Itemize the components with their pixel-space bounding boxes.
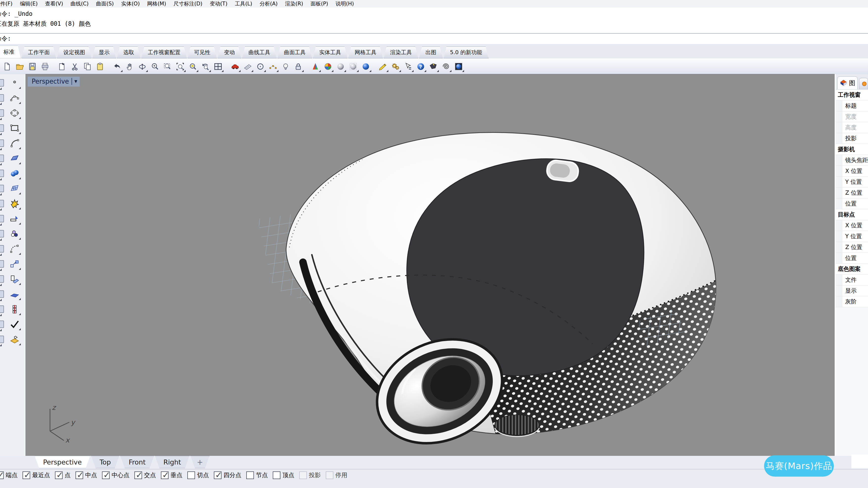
checked-checkbox-icon[interactable] — [23, 471, 30, 479]
property-row-5[interactable]: 投影 — [836, 133, 868, 144]
block-red-icon[interactable] — [8, 303, 21, 315]
osnap-toggle-11[interactable]: 顶点 — [273, 471, 294, 479]
flashlight-icon[interactable] — [428, 61, 439, 72]
osnap-toggle-7[interactable]: 垂点 — [161, 471, 182, 479]
clipped-tool-icon[interactable] — [0, 167, 6, 182]
move-icon[interactable] — [8, 258, 21, 270]
clipped-tool-icon[interactable] — [0, 197, 6, 213]
undo-arrow-icon[interactable] — [112, 61, 123, 72]
osnap-toggle-1[interactable]: 端点 — [0, 471, 18, 479]
circle-points-icon[interactable] — [8, 107, 21, 119]
explode-icon[interactable] — [8, 197, 21, 210]
mesh-plane-icon[interactable] — [8, 182, 21, 195]
osnap-toggle-5[interactable]: 中心点 — [102, 471, 129, 479]
clipped-tool-icon[interactable] — [0, 273, 6, 288]
menu-item-2[interactable]: 编辑(E) — [20, 0, 38, 7]
property-row-20[interactable]: 灰阶 — [836, 296, 868, 307]
property-row-17[interactable]: 底色图案 — [836, 264, 868, 274]
options-gears-icon[interactable] — [390, 61, 401, 72]
ribbon-tab-11[interactable]: 实体工具 — [313, 46, 347, 58]
point-icon[interactable] — [8, 77, 21, 89]
notes-pen-icon[interactable] — [377, 61, 389, 72]
osnap-toggle-8[interactable]: 切点 — [187, 471, 209, 479]
ribbon-tab-14[interactable]: 出图 — [419, 46, 443, 58]
cut-scissors-icon[interactable] — [69, 61, 81, 72]
clipped-tool-icon[interactable] — [0, 333, 6, 348]
clipped-tool-icon[interactable] — [0, 288, 6, 303]
clipped-tool-icon[interactable] — [0, 318, 6, 333]
ribbon-tab-7[interactable]: 可见性 — [188, 46, 217, 58]
property-row-14[interactable]: Y 位置 — [836, 231, 868, 242]
command-history[interactable]: 命令: _Undo 正在复原 基本材质 001 (8) 颜色 — [0, 7, 868, 33]
property-row-4[interactable]: 高度 — [836, 122, 868, 133]
fillet-curves-icon[interactable] — [8, 242, 21, 255]
property-row-6[interactable]: 摄影机 — [836, 144, 868, 155]
viewport-title-menu[interactable]: Perspective ▼ — [28, 77, 80, 87]
ribbon-tab-6[interactable]: 工作视窗配置 — [141, 46, 187, 58]
command-prompt-input[interactable]: 命令: — [0, 34, 868, 44]
checked-checkbox-icon[interactable] — [214, 471, 221, 479]
unchecked-checkbox-icon[interactable] — [246, 471, 254, 479]
menu-item-9[interactable]: 变动(T) — [210, 0, 227, 7]
viewport-tab-front[interactable]: Front — [120, 456, 154, 468]
checked-checkbox-icon[interactable] — [0, 471, 4, 479]
checked-checkbox-icon[interactable] — [55, 471, 63, 479]
clipped-tool-icon[interactable] — [0, 213, 6, 228]
check-selection-icon[interactable] — [8, 318, 21, 330]
property-row-3[interactable]: 宽度 — [836, 111, 868, 122]
environment-sphere-icon[interactable] — [453, 61, 464, 72]
clipped-tool-icon[interactable] — [0, 303, 6, 318]
shaded-sphere-icon[interactable] — [335, 61, 346, 72]
menu-item-13[interactable]: 面板(P) — [311, 0, 328, 7]
clipped-tool-icon[interactable] — [0, 122, 6, 137]
clipped-tool-icon[interactable] — [0, 152, 6, 167]
viewport-tab-perspective[interactable]: Perspective — [35, 456, 90, 468]
clipped-tool-icon[interactable] — [0, 137, 6, 152]
unchecked-checkbox-icon[interactable] — [326, 471, 333, 479]
menu-item-8[interactable]: 尺寸标注(D) — [174, 0, 203, 7]
trim-icon[interactable] — [8, 213, 21, 225]
clipped-tool-icon[interactable] — [0, 228, 6, 242]
checked-checkbox-icon[interactable] — [161, 471, 168, 479]
viewport-layout-grid-icon[interactable] — [212, 61, 224, 72]
property-row-18[interactable]: 文件 — [836, 274, 868, 286]
checked-checkbox-icon[interactable] — [102, 471, 110, 479]
ghosted-sphere-icon[interactable] — [347, 61, 359, 72]
ribbon-tab-3[interactable]: 设定视图 — [57, 46, 92, 58]
help-question-icon[interactable]: ? — [415, 61, 427, 72]
rotate-view-icon[interactable] — [136, 61, 148, 72]
checked-checkbox-icon[interactable] — [75, 471, 83, 479]
undo-view-icon[interactable] — [200, 61, 211, 72]
copy-tilt-icon[interactable] — [8, 273, 21, 285]
osnap-toggle-10[interactable]: 节点 — [246, 471, 268, 479]
viewport-tab-top[interactable]: Top — [91, 456, 119, 468]
property-row-16[interactable]: 位置 — [836, 253, 868, 264]
cplane-gold-icon[interactable] — [8, 333, 21, 346]
property-row-11[interactable]: 位置 — [836, 198, 868, 209]
property-row-9[interactable]: Y 位置 — [836, 176, 868, 188]
circle-center-icon[interactable] — [255, 61, 266, 72]
pan-hand-icon[interactable] — [124, 61, 135, 72]
orient-posts-icon[interactable] — [8, 288, 21, 300]
ribbon-tab-12[interactable]: 网格工具 — [348, 46, 383, 58]
property-row-2[interactable]: 标题 — [836, 100, 868, 111]
clipped-tool-icon[interactable] — [0, 182, 6, 197]
red-car-icon[interactable] — [229, 61, 241, 72]
color-wheel-icon[interactable] — [322, 61, 334, 72]
copy-icon[interactable] — [82, 61, 93, 72]
clipped-tool-icon[interactable] — [0, 242, 6, 258]
export-page-icon[interactable] — [56, 61, 68, 72]
new-file-icon[interactable] — [1, 61, 13, 72]
render-cone-icon[interactable] — [310, 61, 321, 72]
surface-corner-icon[interactable] — [8, 152, 21, 164]
osnap-toggle-2[interactable]: 最近点 — [23, 471, 50, 479]
osnap-toggle-6[interactable]: 交点 — [134, 471, 156, 479]
rendered-sphere-blue-icon[interactable] — [360, 61, 372, 72]
chevron-down-icon[interactable]: ▼ — [74, 79, 78, 84]
property-row-7[interactable]: 镜头焦距 — [836, 155, 868, 166]
unchecked-checkbox-icon[interactable] — [273, 471, 280, 479]
zoom-selected-icon[interactable] — [187, 61, 198, 72]
menu-item-11[interactable]: 分析(A) — [260, 0, 278, 7]
ribbon-tab-1[interactable]: 标准 — [0, 45, 21, 58]
ribbon-tab-13[interactable]: 渲染工具 — [384, 46, 418, 58]
